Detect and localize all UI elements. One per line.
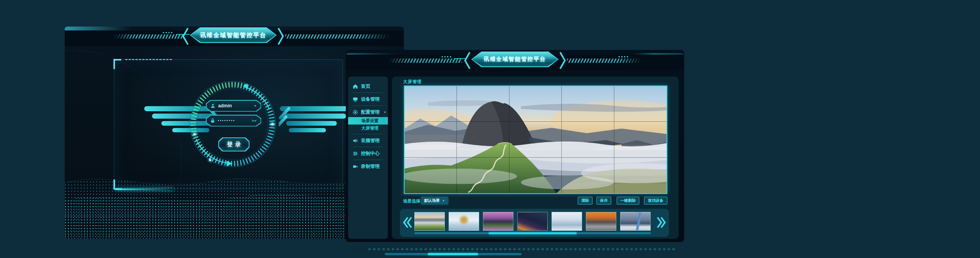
- wall-screen-cell[interactable]: [457, 86, 509, 122]
- wall-screen-cell[interactable]: [405, 122, 457, 157]
- speaker-icon: [353, 138, 358, 143]
- lock-icon: [211, 118, 215, 123]
- wall-screen-cell[interactable]: [562, 158, 614, 193]
- wall-screen-cell[interactable]: [562, 86, 614, 122]
- thumbnail[interactable]: [586, 212, 616, 231]
- sidebar-item-devices[interactable]: 设备管理: [348, 95, 388, 103]
- wall-screen-cell[interactable]: [614, 158, 667, 193]
- user-icon: [211, 103, 215, 108]
- video-wall-preview: [404, 85, 667, 194]
- sidebar-item-label: 首页: [361, 83, 370, 90]
- sidebar-subitem-screen-management[interactable]: 大屏管理: [348, 125, 388, 132]
- wall-grid-overlay: [405, 86, 667, 193]
- sidebar-divider: [353, 147, 383, 147]
- hatch-bar-left: [388, 59, 462, 63]
- right-bracket-icon: [559, 52, 566, 69]
- wall-screen-cell[interactable]: [509, 158, 562, 193]
- scene-select-label: 场景选择: [403, 198, 420, 204]
- thumbnail[interactable]: [517, 212, 548, 231]
- carousel-prev-icon[interactable]: [403, 216, 413, 229]
- wall-screen-cell[interactable]: [405, 158, 457, 193]
- sidebar-item-recording[interactable]: 录制管理: [348, 162, 388, 171]
- wall-screen-cell[interactable]: [457, 122, 509, 157]
- wall-screen-cell[interactable]: [457, 158, 509, 193]
- thumbnail[interactable]: [414, 212, 445, 231]
- sidebar-divider: [353, 160, 383, 160]
- caret-down-icon: ▼: [442, 199, 445, 203]
- hatch-bar-left: [113, 34, 184, 39]
- sidebar-divider: [353, 93, 383, 93]
- sidebar-subitem-label: 场景设置: [361, 118, 379, 124]
- screen-reflection-hatch: [368, 248, 676, 250]
- sidebar-item-control-center[interactable]: 控制中心: [348, 149, 388, 158]
- wall-screen-cell[interactable]: [509, 122, 562, 157]
- thumbnail[interactable]: [449, 212, 479, 231]
- save-button[interactable]: 保存: [596, 197, 611, 205]
- password-field[interactable]: ••••••••: [206, 115, 261, 126]
- login-button[interactable]: 登录: [218, 137, 249, 151]
- sidebar-item-label: 设备管理: [361, 96, 380, 103]
- wall-screen-cell[interactable]: [509, 86, 562, 122]
- login-button-label: 登录: [225, 141, 243, 148]
- title-medallion: 讯维全域智能管控平台: [190, 27, 277, 43]
- carousel-scrollbar-track[interactable]: [414, 232, 488, 234]
- sidebar-item-label: 录制管理: [361, 163, 380, 170]
- login-screen-title: 讯维全域智能管控平台: [200, 32, 267, 39]
- dashed-accent: [125, 59, 172, 60]
- right-bracket-icon: [278, 27, 285, 45]
- clear-button[interactable]: 清除: [578, 197, 593, 205]
- username-value[interactable]: admin: [218, 103, 251, 109]
- desktop-background: 讯维全域智能管控平台: [0, 0, 980, 258]
- scene-thumbnail-carousel: [400, 209, 669, 237]
- monitor-icon: [353, 97, 358, 102]
- scene-dropdown[interactable]: 默认场景 ▼: [421, 197, 448, 205]
- sidebar-item-label: 配置管理: [361, 109, 380, 116]
- screen-reflection-bar: [478, 253, 522, 255]
- thumbnail[interactable]: [483, 212, 513, 231]
- sidebar-subitem-label: 大屏管理: [361, 125, 379, 131]
- password-value[interactable]: ••••••••: [218, 119, 248, 123]
- title-medallion: 讯维全域智能管控平台: [471, 52, 559, 67]
- wall-screen-cell[interactable]: [562, 122, 614, 157]
- thumbnail[interactable]: [620, 212, 651, 231]
- carousel-scrollbar-thumb[interactable]: [488, 232, 577, 234]
- wall-screen-cell[interactable]: [405, 86, 457, 122]
- thumbnail[interactable]: [552, 212, 582, 231]
- dashboard-title: 讯维全域智能管控平台: [484, 56, 546, 63]
- gear-icon: [353, 110, 358, 115]
- scene-toolbar: 场景选择 默认场景 ▼ 清除 保存 一键删除 查找设备: [392, 197, 679, 205]
- username-caret-down-icon[interactable]: ▼: [254, 104, 257, 108]
- one-key-delete-button[interactable]: 一键删除: [617, 197, 639, 205]
- scene-dropdown-value: 默认场景: [424, 198, 440, 203]
- sidebar-item-audio[interactable]: 音频管理: [348, 136, 388, 145]
- carousel-scrollbar-track[interactable]: [577, 232, 651, 234]
- hatch-bar-right: [567, 59, 641, 63]
- hatch-bar-right: [285, 34, 391, 39]
- main-content-panel: 大屏管理: [392, 77, 679, 239]
- dots-decor-left: [163, 32, 173, 33]
- sidebar-subitem-scene-settings[interactable]: 场景设置: [348, 117, 388, 125]
- carousel-next-icon[interactable]: [656, 216, 666, 229]
- page-title: 大屏管理: [403, 79, 422, 85]
- dashboard-header: 讯维全域智能管控平台: [346, 50, 684, 74]
- wall-screen-cell[interactable]: [614, 122, 667, 157]
- username-field[interactable]: admin ▼: [206, 100, 261, 112]
- home-icon: [353, 84, 358, 89]
- dots-decor-right: [619, 56, 629, 57]
- sidebar-item-label: 控制中心: [361, 150, 380, 157]
- find-device-button[interactable]: 查找设备: [644, 197, 667, 205]
- screen-reflection-bar: [428, 253, 478, 255]
- sidebar: 首页 设备管理 配置管理 ▼: [348, 77, 388, 239]
- sidebar-divider: [353, 134, 383, 134]
- sidebar-item-label: 音频管理: [361, 137, 380, 144]
- eye-closed-icon[interactable]: [251, 119, 257, 122]
- sliders-icon: [353, 151, 358, 156]
- video-camera-icon: [353, 164, 358, 169]
- dashboard-window: 讯维全域智能管控平台 首页 设备管理: [346, 50, 684, 242]
- left-bracket-icon: [182, 27, 189, 45]
- wing-emblem-right: [279, 106, 355, 137]
- sidebar-item-home[interactable]: 首页: [348, 82, 388, 91]
- wall-screen-cell[interactable]: [614, 86, 667, 122]
- sidebar-item-config[interactable]: 配置管理 ▼: [348, 108, 388, 116]
- dots-decor-left: [442, 56, 452, 57]
